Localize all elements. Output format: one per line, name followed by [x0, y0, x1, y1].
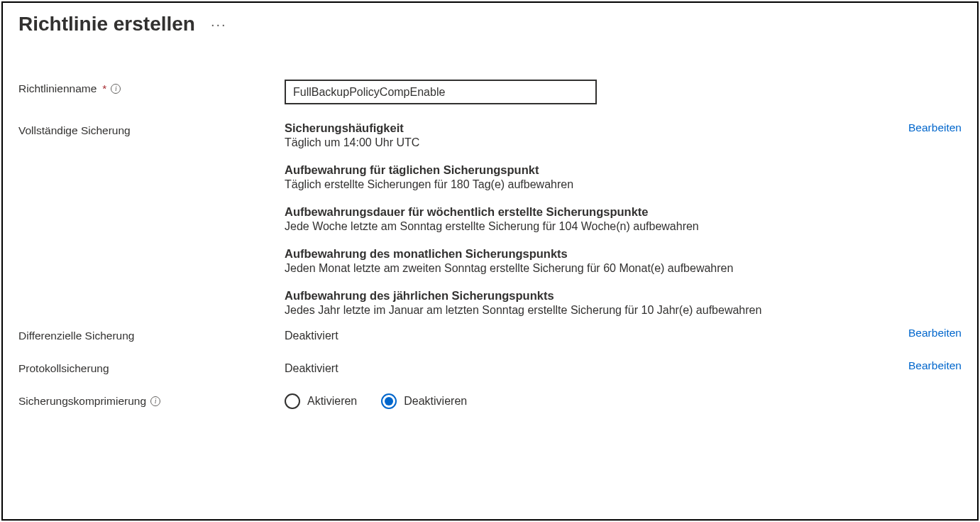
full-backup-block: Aufbewahrung des jährlichen Sicherungspu… — [285, 289, 894, 317]
block-text: Jedes Jahr letzte im Januar am letzten S… — [285, 304, 894, 317]
block-heading: Aufbewahrung des jährlichen Sicherungspu… — [285, 289, 894, 303]
row-differential-backup: Differenzielle Sicherung Deaktiviert Bea… — [18, 327, 962, 342]
differential-backup-value: Deaktiviert — [285, 327, 894, 342]
compression-enable-radio[interactable]: Aktivieren — [285, 393, 357, 409]
edit-full-backup-link[interactable]: Bearbeiten — [908, 121, 962, 134]
create-policy-panel: Richtlinie erstellen ··· Richtlinienname… — [1, 1, 979, 521]
label-full-backup: Vollständige Sicherung — [18, 121, 285, 137]
block-text: Jede Woche letzte am Sonntag erstellte S… — [285, 220, 894, 233]
full-backup-block: Aufbewahrung des monatlichen Sicherungsp… — [285, 247, 894, 275]
log-backup-value: Deaktiviert — [285, 359, 894, 375]
row-compression: Sicherungskomprimierung i Aktivieren Dea… — [18, 392, 962, 409]
row-policy-name: Richtlinienname * i — [18, 80, 962, 104]
row-log-backup: Protokollsicherung Deaktiviert Bearbeite… — [18, 359, 962, 375]
compression-radio-group: Aktivieren Deaktivieren — [285, 392, 962, 409]
block-heading: Aufbewahrung für täglichen Sicherungspun… — [285, 163, 894, 177]
more-actions-button[interactable]: ··· — [211, 16, 227, 33]
compression-disable-radio[interactable]: Deaktivieren — [381, 393, 467, 409]
edit-differential-backup-link[interactable]: Bearbeiten — [908, 327, 962, 339]
block-text: Jeden Monat letzte am zweiten Sonntag er… — [285, 262, 894, 275]
label-log-backup: Protokollsicherung — [18, 359, 285, 375]
full-backup-block: Aufbewahrung für täglichen Sicherungspun… — [285, 163, 894, 191]
block-heading: Sicherungshäufigkeit — [285, 121, 894, 135]
full-backup-details: SicherungshäufigkeitTäglich um 14:00 Uhr… — [285, 121, 894, 317]
header: Richtlinie erstellen ··· — [18, 13, 962, 36]
full-backup-block: Aufbewahrungsdauer für wöchentlich erste… — [285, 205, 894, 233]
policy-name-input[interactable] — [285, 80, 597, 104]
info-icon[interactable]: i — [150, 396, 160, 406]
page-title: Richtlinie erstellen — [18, 13, 195, 36]
label-compression: Sicherungskomprimierung i — [18, 392, 285, 408]
row-full-backup: Vollständige Sicherung Sicherungshäufigk… — [18, 121, 962, 317]
block-heading: Aufbewahrungsdauer für wöchentlich erste… — [285, 205, 894, 219]
info-icon[interactable]: i — [111, 84, 121, 94]
edit-log-backup-link[interactable]: Bearbeiten — [908, 359, 962, 371]
block-text: Täglich um 14:00 Uhr UTC — [285, 136, 894, 149]
block-text: Täglich erstellte Sicherungen für 180 Ta… — [285, 178, 894, 191]
full-backup-block: SicherungshäufigkeitTäglich um 14:00 Uhr… — [285, 121, 894, 149]
label-differential-backup: Differenzielle Sicherung — [18, 327, 285, 342]
block-heading: Aufbewahrung des monatlichen Sicherungsp… — [285, 247, 894, 261]
required-indicator: * — [102, 82, 106, 95]
label-policy-name: Richtlinienname * i — [18, 80, 285, 95]
